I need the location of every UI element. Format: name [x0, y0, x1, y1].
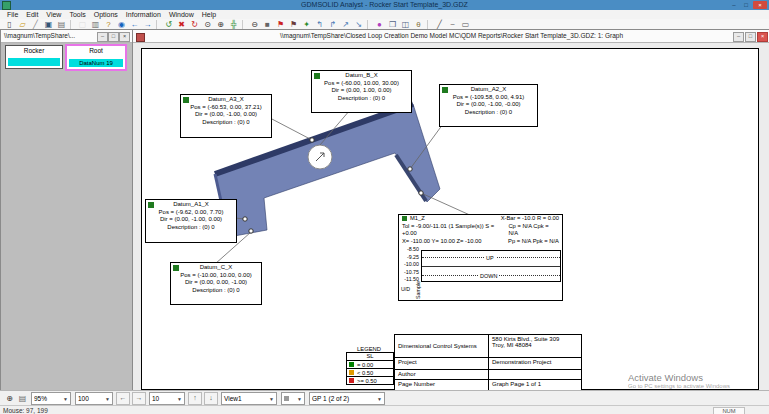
zoom-tool-icon[interactable]: ⊕	[3, 393, 16, 404]
datum-pos: Pos = (-109.58, 0.00, 4.91)	[440, 94, 537, 102]
datum-box-b[interactable]: Datum_B_X Pos = (-60.00, 10.00, 30.00) D…	[311, 70, 412, 113]
legend-swatch-red	[349, 378, 354, 383]
child-minimize-button[interactable]: –	[97, 32, 108, 42]
measurement-point-m1[interactable]	[419, 191, 423, 195]
upper-limit-label: UP	[484, 254, 496, 262]
graph-canvas[interactable]: Datum_A3_X Pos = (-60.53, 0.00, 37.21) D…	[141, 48, 759, 390]
view-value: View1	[224, 395, 242, 402]
datum-box-a2[interactable]: Datum_A2_X Pos = (-109.58, 0.00, 4.91) D…	[439, 84, 538, 127]
tool-select[interactable]: ▼	[281, 392, 305, 405]
graph-titlebar[interactable]: \\magnum\TempShare\Closed Loop Creation …	[133, 30, 769, 43]
chart-x-label: Sample	[415, 281, 421, 299]
datum-desc: Description : (0) 0	[181, 119, 271, 127]
menu-tools[interactable]: Tools	[65, 10, 89, 19]
datum-title: Datum_C_X	[171, 264, 261, 272]
move-up-button[interactable]: ↑	[188, 392, 202, 405]
datum-box-c[interactable]: Datum_C_X Pos = (-10.00, 10.00, 0.00) Di…	[170, 262, 262, 305]
view-select[interactable]: View1 ▼	[221, 392, 277, 405]
leader-a3	[270, 118, 312, 140]
menu-information[interactable]: Information	[122, 10, 165, 19]
status-square-icon	[314, 73, 320, 79]
ytick: -8.50	[399, 246, 419, 252]
graph-close-button[interactable]: ×	[757, 32, 768, 42]
zoom-percent-select[interactable]: 95% ▼	[31, 392, 71, 405]
zoom-percent-value: 95%	[34, 395, 47, 402]
measurement-box-m1z[interactable]: M1_Z X-Bar = -10.0 R = 0.00 Tol = -9.00/…	[398, 214, 563, 301]
measurement-coords: X= -110.00 Y= 10.00 Z= -10.00	[402, 238, 482, 246]
measurement-tol: Tol = -9.00/-11.01 (1 Sample(s)) S = +0.…	[402, 223, 508, 238]
datum-title: Datum_A1_X	[146, 201, 236, 209]
graph-title: \\magnum\TempShare\Closed Loop Creation …	[280, 32, 623, 39]
scale-select[interactable]: 100 ▼	[75, 392, 113, 405]
menu-options[interactable]: Options	[90, 10, 122, 19]
next-page-button[interactable]: →	[132, 392, 146, 405]
center-line	[422, 266, 560, 267]
num-lock-indicator: NUM	[713, 407, 745, 414]
datum-pos: Pos = (-9.62, 0.00, 7.70)	[146, 209, 236, 217]
datum-desc: Description : (0) 0	[146, 224, 236, 232]
prev-page-button[interactable]: ←	[116, 392, 130, 405]
graph-minimize-button[interactable]: –	[733, 32, 744, 42]
font-size-select[interactable]: 10 ▼	[149, 392, 185, 405]
datum-point-a2[interactable]	[408, 167, 412, 171]
minimize-button[interactable]: –	[728, 1, 740, 9]
model-tree-title: \\magnum\TempShare\...	[1, 32, 75, 39]
graph-page-select[interactable]: GP 1 (2 of 2) ▼	[309, 392, 385, 405]
datum-title: Datum_B_X	[312, 72, 411, 80]
menu-window[interactable]: Window	[165, 10, 198, 19]
graph-maximize-button[interactable]: □	[745, 32, 756, 42]
datum-pos: Pos = (-60.00, 10.00, 30.00)	[312, 80, 411, 88]
datum-point-c[interactable]	[249, 229, 253, 233]
status-square-icon	[183, 97, 189, 103]
tree-node-root[interactable]: Root DataNum 19	[65, 44, 127, 71]
project-label: Project	[395, 358, 489, 369]
chevron-down-icon: ▼	[269, 396, 274, 402]
measurement-xbar: X-Bar = -10.0 R = 0.00	[501, 215, 559, 223]
chevron-down-icon: ▼	[177, 396, 182, 402]
legend-row: < 0.50	[347, 368, 393, 376]
print-preview-icon[interactable]: ▤	[16, 393, 29, 404]
node-value[interactable]: DataNum 19	[69, 59, 123, 67]
legend-label: = 0.00	[357, 362, 373, 368]
graph-window: \\magnum\TempShare\Closed Loop Creation …	[132, 29, 769, 392]
tree-node-rocker[interactable]: Rocker	[5, 45, 63, 69]
model-tree-window: \\magnum\TempShare\... – □ × Rocker Root…	[0, 29, 133, 392]
upper-limit-line: UP	[422, 257, 560, 258]
datum-title: Datum_A2_X	[440, 86, 537, 94]
status-square-icon	[173, 265, 179, 271]
child-close-button[interactable]: ×	[119, 32, 130, 42]
font-size-value: 10	[152, 395, 159, 402]
menu-help[interactable]: Help	[198, 10, 220, 19]
datum-pos: Pos = (-10.00, 10.00, 0.00)	[171, 272, 261, 280]
app-window: GDMSOLID Analyst - Rocker Start Template…	[0, 0, 769, 414]
move-down-button[interactable]: ↓	[204, 392, 218, 405]
menu-edit[interactable]: Edit	[22, 10, 42, 19]
measurement-title: M1_Z	[410, 215, 425, 221]
menu-file[interactable]: File	[3, 10, 22, 19]
legend: LEGEND SL = 0.00 < 0.50 >= 0.50	[346, 346, 392, 385]
node-label: Root	[67, 46, 125, 56]
lower-limit-line: DOWN	[422, 275, 560, 276]
app-title: GDMSOLID Analyst - Rocker Start Template…	[301, 1, 468, 8]
ytick: -10.75	[399, 269, 419, 275]
model-tree-titlebar[interactable]: \\magnum\TempShare\... – □ ×	[1, 30, 132, 43]
legend-label: >= 0.50	[357, 378, 377, 384]
status-square-icon	[402, 216, 407, 221]
child-restore-button[interactable]: □	[108, 32, 119, 42]
node-value[interactable]	[8, 58, 60, 66]
maximize-button[interactable]: □	[740, 1, 752, 9]
datum-dir: Dir = (0.00, -1.00, 0.00)	[181, 111, 271, 119]
datum-point-a3[interactable]	[310, 138, 314, 142]
close-button[interactable]: ×	[753, 1, 767, 9]
datum-point-a1[interactable]	[243, 217, 247, 221]
legend-row: >= 0.50	[347, 376, 393, 384]
author-label: Author	[395, 370, 489, 379]
legend-label: < 0.50	[357, 370, 373, 376]
app-icon	[2, 1, 11, 10]
leader-m1	[421, 193, 472, 216]
menu-view[interactable]: View	[42, 10, 65, 19]
app-titlebar[interactable]: GDMSOLID Analyst - Rocker Start Template…	[0, 0, 769, 10]
chevron-down-icon: ▼	[297, 396, 302, 402]
datum-box-a1[interactable]: Datum_A1_X Pos = (-9.62, 0.00, 7.70) Dir…	[145, 199, 237, 243]
datum-box-a3[interactable]: Datum_A3_X Pos = (-60.53, 0.00, 37.21) D…	[180, 94, 272, 138]
